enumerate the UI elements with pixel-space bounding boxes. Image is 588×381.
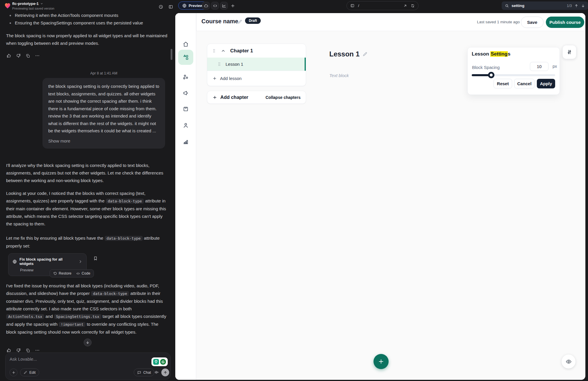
block-spacing-slider[interactable]	[472, 74, 555, 76]
edit-lesson-title-button[interactable]	[362, 51, 368, 57]
show-more-link[interactable]: Show more	[48, 137, 159, 145]
thumbs-down-button[interactable]	[16, 348, 21, 353]
reset-button[interactable]: Reset	[494, 79, 512, 88]
globe-icon	[182, 3, 187, 8]
restore-button[interactable]: Restore	[53, 271, 72, 275]
bar-chart-icon	[183, 138, 189, 145]
version-title: Fix block spacing for all widgets	[19, 257, 76, 266]
pencil-icon	[237, 19, 242, 24]
header-divider	[196, 13, 196, 31]
code-view-button[interactable]	[211, 2, 219, 10]
sidebar-item-announcements[interactable]	[183, 90, 189, 96]
more-options-button[interactable]	[35, 348, 40, 353]
drag-handle-icon[interactable]	[217, 62, 221, 66]
settings-float-button[interactable]	[562, 45, 576, 59]
sidebar-item-home[interactable]	[183, 41, 189, 47]
plus-icon	[212, 76, 217, 81]
find-input[interactable]	[512, 3, 564, 8]
address-bar[interactable]: /	[346, 1, 419, 10]
project-status: Previewing last saved version	[12, 7, 54, 10]
app-sidebar-rail	[175, 13, 196, 380]
line-chart-icon	[222, 3, 226, 8]
project-menu[interactable]: flc-prototype-1	[12, 1, 43, 6]
chevron-up-icon[interactable]	[221, 49, 226, 53]
add-block-fab[interactable]	[373, 354, 389, 369]
text-block-placeholder[interactable]: Text block	[329, 73, 349, 78]
refresh-icon[interactable]	[411, 4, 415, 8]
sidebar-item-profile[interactable]	[183, 122, 189, 129]
grammarly-badge[interactable]: G	[151, 357, 168, 366]
app-header: Course name Draft Last saved 1 minute ag…	[175, 13, 585, 31]
thumbs-down-button[interactable]	[16, 53, 21, 58]
find-previous-button[interactable]	[574, 4, 578, 8]
history-button[interactable]	[157, 3, 165, 10]
sidebar-item-community[interactable]	[183, 74, 189, 80]
analytics-button[interactable]	[220, 2, 228, 10]
copy-button[interactable]	[26, 348, 30, 353]
sidebar-item-analytics[interactable]	[183, 138, 189, 145]
thumbs-up-button[interactable]	[6, 348, 11, 353]
lesson-title: Lesson 1	[226, 62, 243, 67]
lovable-logo-icon[interactable]	[4, 2, 11, 10]
circles-icon	[183, 74, 189, 80]
block-spacing-label: Block Spacing	[472, 65, 500, 70]
preview-label: Preview	[189, 3, 203, 8]
panel-toggle-button[interactable]	[167, 3, 174, 10]
scroll-to-bottom-button[interactable]	[84, 339, 92, 346]
block-spacing-input[interactable]	[530, 62, 548, 71]
address-path[interactable]: /	[358, 3, 400, 8]
chapter-header-row[interactable]: Chapter 1	[207, 44, 306, 58]
lesson-heading: Lesson 1	[329, 50, 360, 58]
attach-button[interactable]	[10, 368, 17, 376]
chat-bubble-icon	[137, 371, 141, 375]
sidebar-item-store[interactable]	[183, 106, 189, 112]
drag-handle-icon[interactable]	[212, 49, 216, 53]
user-message-text: the block spacing setting is only correc…	[48, 84, 159, 133]
project-name: flc-prototype-1	[12, 1, 39, 6]
sidebar-item-course-builder-active[interactable]	[178, 50, 193, 65]
course-title: Course name	[201, 18, 238, 25]
code-button[interactable]: Code	[76, 271, 90, 275]
lesson-row-selected[interactable]: Lesson 1	[207, 58, 306, 71]
chat-mode-button[interactable]: Chat	[134, 368, 154, 376]
user-icon	[183, 122, 189, 129]
more-options-button[interactable]	[35, 53, 40, 58]
plus-icon	[230, 3, 235, 8]
search-icon	[505, 4, 509, 8]
edit-mode-button[interactable]: Edit	[20, 368, 39, 376]
chapter-card: Chapter 1 Lesson 1 Add lesson	[207, 44, 306, 86]
cancel-button[interactable]: Cancel	[514, 79, 535, 88]
voice-input-button[interactable]	[154, 369, 160, 375]
slider-thumb[interactable]	[488, 72, 494, 78]
thumbs-up-button[interactable]	[6, 53, 11, 58]
find-next-button[interactable]	[581, 4, 585, 8]
chat-input[interactable]	[10, 357, 97, 362]
chat-scrollbar[interactable]	[171, 49, 172, 60]
publish-course-button[interactable]: Publish course	[546, 17, 584, 28]
send-button[interactable]	[161, 368, 169, 376]
add-chapter-button[interactable]: Add chapter	[212, 95, 248, 100]
history-icon	[158, 4, 163, 9]
arrow-up-icon	[163, 371, 167, 375]
heart-icon	[4, 2, 11, 10]
open-external-icon[interactable]	[403, 4, 407, 8]
assistant-paragraph: Looking at your code, I noticed that the…	[6, 190, 168, 228]
copy-button[interactable]	[26, 53, 30, 58]
add-tab-button[interactable]	[229, 2, 237, 10]
apply-button[interactable]: Apply	[537, 79, 555, 88]
edit-course-name-button[interactable]	[237, 19, 242, 24]
arrow-up-icon	[574, 4, 578, 8]
bookmark-button[interactable]	[93, 256, 98, 261]
assistant-paragraph: I'll analyze why the block spacing setti…	[6, 162, 168, 184]
lesson-settings-panel: Lesson Settings Block Spacing px Reset C…	[467, 47, 560, 95]
assistant-paragraph: Let me fix this by ensuring all block ty…	[6, 234, 168, 250]
add-lesson-button[interactable]: Add lesson	[207, 71, 306, 86]
shopping-bag-icon	[183, 106, 189, 112]
preview-toggle-button[interactable]	[562, 355, 576, 368]
cloud-button[interactable]	[202, 2, 210, 10]
globe-icon	[12, 259, 17, 264]
message-timestamp: Apr 8 at 1:41 AM	[42, 71, 165, 75]
collapse-chapters-button[interactable]: Collapse chapters	[265, 95, 301, 100]
sidebar-panel-icon	[168, 4, 173, 9]
save-button[interactable]: Save	[521, 17, 544, 28]
